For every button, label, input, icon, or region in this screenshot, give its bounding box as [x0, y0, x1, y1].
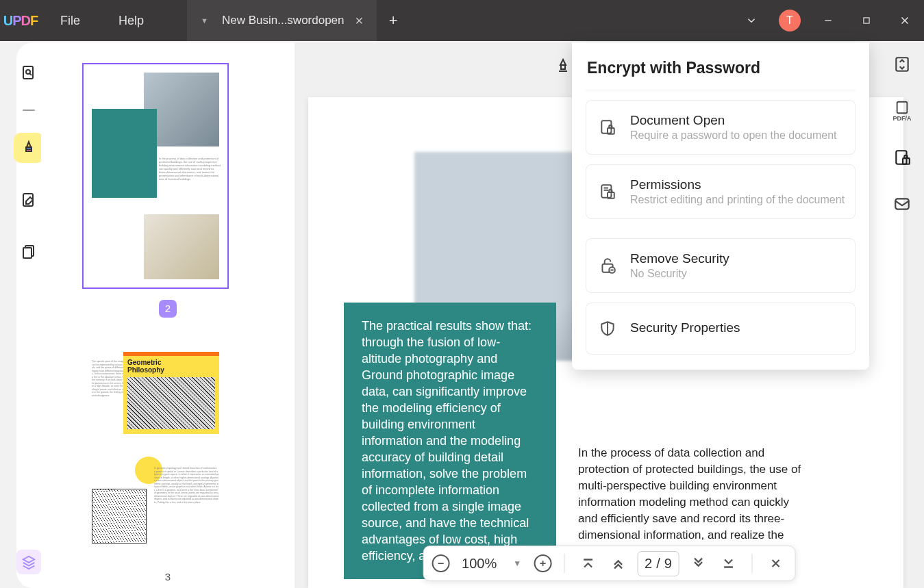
app-logo: UPDF: [0, 0, 41, 41]
pdfa-button[interactable]: PDF/A: [891, 100, 913, 122]
svg-rect-11: [23, 248, 32, 258]
titlebar-dropdown-icon[interactable]: [732, 0, 771, 41]
tab-close-icon[interactable]: ×: [355, 13, 364, 29]
first-page-button[interactable]: [577, 552, 599, 574]
document-tab[interactable]: ▼ New Busin...swordopen ×: [187, 0, 377, 41]
next-page-button[interactable]: [688, 552, 710, 574]
tab-dropdown-icon[interactable]: ▼: [201, 16, 208, 25]
window-minimize-button[interactable]: [809, 0, 847, 41]
edit-tool[interactable]: [14, 185, 44, 215]
unlock-icon: [597, 255, 618, 276]
zoom-out-button[interactable]: [432, 554, 449, 572]
right-toolbar: PDF/A: [891, 53, 913, 215]
search-tool[interactable]: [14, 57, 44, 88]
encrypt-panel: Encrypt with Password Document Open Requ…: [572, 42, 869, 370]
svg-rect-1: [864, 18, 869, 23]
security-properties-option[interactable]: Security Properties: [586, 303, 856, 355]
page-input[interactable]: 2 / 9: [637, 551, 679, 576]
thumbnails-panel: In the process of data collection and pr…: [41, 42, 295, 588]
document-lock-icon: [597, 117, 618, 138]
svg-rect-32: [601, 185, 611, 197]
svg-rect-4: [23, 66, 33, 79]
encrypt-panel-title: Encrypt with Password: [586, 42, 856, 90]
svg-rect-30: [601, 120, 611, 133]
share-button[interactable]: [891, 193, 913, 215]
convert-button[interactable]: [891, 53, 913, 75]
thumbnail-page-number-2: 2: [159, 300, 177, 318]
svg-rect-8: [26, 149, 32, 151]
zoom-value: 100%: [458, 556, 501, 572]
close-toolbar-button[interactable]: [765, 552, 787, 574]
left-toolbar: [16, 42, 41, 588]
new-tab-button[interactable]: +: [377, 12, 410, 29]
tabs: ▼ New Busin...swordopen × +: [187, 0, 410, 41]
document-open-option[interactable]: Document Open Require a password to open…: [586, 100, 856, 155]
svg-rect-29: [895, 199, 909, 209]
prev-page-button[interactable]: [607, 552, 629, 574]
window-close-button[interactable]: [886, 0, 924, 41]
page-teal-text-block: The practical results show that: through…: [344, 303, 556, 579]
rail-bottom: [16, 550, 41, 574]
protect-button[interactable]: [891, 146, 913, 168]
zoom-in-button[interactable]: [534, 554, 551, 572]
tab-title: New Busin...swordopen: [222, 14, 345, 27]
remove-security-option[interactable]: Remove Security No Security: [586, 238, 856, 293]
thumbnail-page-2[interactable]: In the process of data collection and pr…: [82, 63, 229, 289]
rail-separator: [23, 110, 35, 111]
svg-line-6: [29, 73, 32, 75]
last-page-button[interactable]: [718, 552, 740, 574]
thumbnail-page-number-3: 3: [82, 571, 253, 583]
zoom-dropdown-icon[interactable]: ▼: [509, 559, 525, 568]
user-avatar[interactable]: T: [779, 10, 801, 31]
menu-help[interactable]: Help: [99, 14, 163, 28]
comment-tool[interactable]: [14, 133, 44, 163]
shield-icon: [597, 318, 618, 339]
permissions-lock-icon: [597, 181, 618, 202]
permissions-option[interactable]: Permissions Restrict editing and printin…: [586, 164, 856, 219]
menu-file[interactable]: File: [41, 14, 99, 28]
svg-rect-26: [897, 102, 908, 114]
zoom-page-toolbar: 100% ▼ 2 / 9: [423, 546, 796, 581]
pages-tool[interactable]: [14, 237, 44, 267]
page-body-text: In the process of data collection and pr…: [578, 445, 811, 560]
layers-button[interactable]: [16, 550, 41, 574]
highlight-tool[interactable]: [553, 56, 573, 75]
titlebar: UPDF File Help ▼ New Busin...swordopen ×…: [0, 0, 924, 41]
svg-rect-12: [561, 65, 565, 69]
thumbnail-page-3[interactable]: The specific point of the image can be e…: [82, 338, 229, 564]
window-maximize-button[interactable]: [847, 0, 886, 41]
